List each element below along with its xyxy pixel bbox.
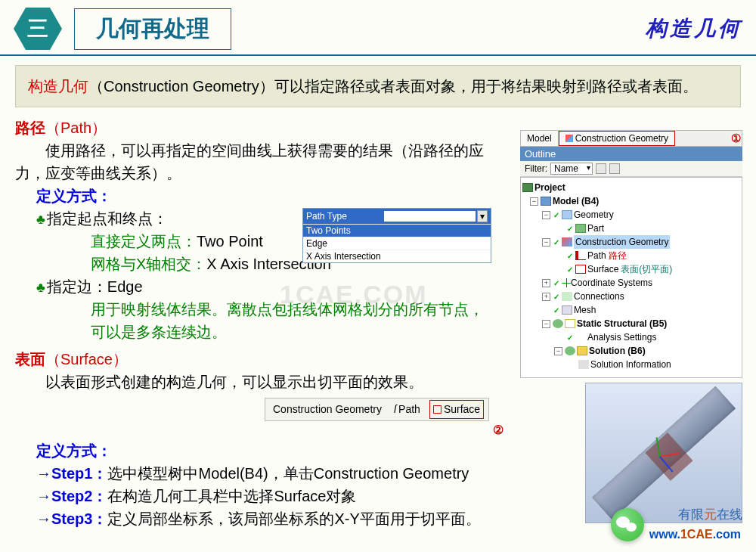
surface-icon — [433, 405, 442, 414]
description-box: 构造几何（Construction Geometry）可以指定路径或者表面对象，… — [15, 65, 741, 107]
tree-ss[interactable]: Static Structural (B5) — [577, 317, 667, 330]
check-icon: ✓ — [553, 238, 560, 246]
outline-header: Outline — [520, 147, 742, 161]
ribbon-tabs: Model Construction Geometry — [520, 130, 742, 147]
desc-text: （Construction Geometry）可以指定路径或者表面对象，用于将结… — [88, 78, 698, 95]
pathtype-dropdown[interactable]: Path Type ▾ Two Points Edge X Axis Inter… — [302, 208, 491, 263]
expand-icon[interactable]: + — [542, 279, 550, 287]
check-icon: ✓ — [566, 265, 574, 273]
cg-icon — [565, 135, 573, 142]
bullet1: 指定起点和终点： — [47, 210, 168, 227]
status-icon — [553, 319, 563, 328]
path-icon — [575, 251, 586, 260]
term-red: 构造几何 — [28, 78, 88, 95]
wechat-icon — [611, 508, 644, 541]
section-number: 三 — [14, 8, 62, 50]
solution-icon — [577, 346, 587, 355]
dropdown-opt-twopoints[interactable]: Two Points — [303, 224, 491, 237]
dropdown-header[interactable]: Path Type ▾ — [303, 209, 491, 224]
tree-surface[interactable]: Surface — [587, 262, 618, 276]
check-icon: ✓ — [566, 333, 574, 341]
status-icon — [565, 346, 575, 355]
step1-label: →Step1： — [36, 465, 107, 482]
right-panel: Model Construction Geometry ① Outline Fi… — [520, 130, 742, 378]
cg-toolbar-path[interactable]: ſPath — [391, 401, 423, 418]
tree-path[interactable]: Path — [587, 249, 606, 262]
check-icon: ✓ — [553, 211, 560, 219]
tree-part[interactable]: Part — [587, 222, 604, 235]
dropdown-label: Path Type — [306, 211, 383, 222]
footer-url: www.1CAE.com — [649, 528, 741, 541]
path-heading: 路径 — [15, 119, 45, 136]
dropdown-opt-xaxis[interactable]: X Axis Intersection — [303, 250, 491, 262]
check-icon: ✓ — [566, 225, 574, 232]
coordsys-icon — [562, 278, 571, 287]
filter-btn2[interactable] — [609, 163, 620, 174]
header: 三 几何再处理 构造几何 — [0, 0, 756, 54]
page-title: 几何再处理 — [74, 8, 231, 50]
viewport-3d[interactable] — [585, 383, 742, 523]
mesh-icon — [562, 305, 572, 315]
footer-brand: 有限元在线 — [678, 506, 742, 523]
tree-geometry[interactable]: Geometry — [574, 208, 614, 222]
club-icon: ♣ — [36, 212, 45, 227]
check-icon: ✓ — [553, 306, 560, 314]
path-heading-en: （Path） — [45, 119, 107, 136]
step3-label: →Step3： — [36, 510, 107, 527]
tree-path-anno: 路径 — [609, 249, 627, 262]
tree-project[interactable]: Project — [534, 181, 565, 194]
tree-si[interactable]: Solution Information — [590, 358, 671, 371]
bullet2a: 指定边： — [47, 278, 107, 295]
surface-heading-en: （Surface） — [45, 351, 128, 367]
dropdown-value-area — [384, 211, 476, 222]
model-tree[interactable]: Project −Model (B4) −✓Geometry ✓Part −✓C… — [520, 177, 742, 378]
watermark: 1CAE.COM — [280, 280, 427, 309]
step1-text: 选中模型树中Model(B4)，单击Construction Geometry — [107, 465, 469, 482]
collapse-icon[interactable]: − — [542, 211, 550, 219]
check-icon: ✓ — [553, 293, 560, 300]
filter-btn1[interactable] — [596, 163, 606, 174]
cg-toolbar: Construction Geometry ſPath Surface — [265, 398, 489, 421]
cg-icon — [562, 237, 572, 247]
tab-construction-geometry[interactable]: Construction Geometry — [559, 131, 675, 146]
analysis-icon — [575, 333, 586, 342]
tree-as[interactable]: Analysis Settings — [587, 330, 656, 344]
cg-toolbar-surface[interactable]: Surface — [429, 400, 484, 419]
geometry-icon — [562, 210, 572, 219]
outline-filter: Filter: Name — [520, 161, 742, 177]
step3-text: 定义局部坐标系，该局部坐标系的X-Y平面用于切平面。 — [107, 510, 480, 527]
callout-1: ① — [731, 132, 741, 145]
path-desc: 使用路径，可以再指定的空间曲线上获得需要的结果（沿路径的应力，应变等曲线关系）。 — [15, 139, 499, 185]
surface-desc: 以表面形式创建的构造几何，可以显示出切平面的效果。 — [15, 371, 544, 393]
filter-label: Filter: — [525, 163, 547, 174]
collapse-icon[interactable]: − — [542, 320, 550, 328]
ss-icon — [565, 319, 575, 328]
bullet1a: 直接定义两点： — [91, 233, 197, 250]
dropdown-opt-edge[interactable]: Edge — [303, 237, 491, 250]
tree-mesh[interactable]: Mesh — [574, 303, 596, 317]
collapse-icon[interactable]: − — [542, 238, 550, 247]
collapse-icon[interactable]: − — [554, 347, 562, 355]
tree-model[interactable]: Model (B4) — [553, 194, 599, 208]
chevron-down-icon[interactable]: ▾ — [477, 210, 488, 222]
bullet1a-val: Two Point — [197, 233, 263, 250]
tree-cg[interactable]: Construction Geometry — [574, 235, 670, 249]
tree-cs[interactable]: Coordinate Systems — [571, 276, 652, 290]
header-divider — [0, 54, 756, 56]
tab-model[interactable]: Model — [521, 131, 559, 146]
collapse-icon[interactable]: − — [530, 197, 538, 206]
filter-select[interactable]: Name — [550, 163, 593, 175]
connections-icon — [562, 292, 572, 301]
club-icon: ♣ — [36, 280, 45, 295]
part-icon — [575, 224, 586, 233]
model-icon — [541, 197, 551, 206]
cg-toolbar-cg[interactable]: Construction Geometry — [270, 401, 385, 418]
tree-surface-anno: 表面(切平面) — [621, 262, 672, 276]
step2-label: →Step2： — [36, 488, 107, 504]
tree-sol[interactable]: Solution (B6) — [589, 344, 646, 358]
solinfo-icon — [578, 360, 589, 369]
check-icon: ✓ — [566, 252, 574, 259]
bullet2b: Edge — [107, 278, 143, 295]
tree-conn[interactable]: Connections — [574, 290, 624, 303]
expand-icon[interactable]: + — [542, 293, 550, 301]
